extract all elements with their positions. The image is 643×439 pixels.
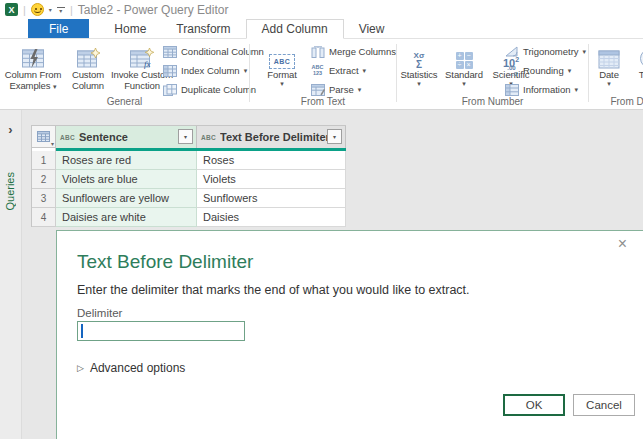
filter-button[interactable]: ▾ bbox=[178, 129, 193, 144]
statistics-label: Statistics bbox=[400, 69, 437, 80]
format-abc-icon: ABC bbox=[269, 42, 296, 69]
filter-button[interactable]: ▾ bbox=[327, 129, 342, 144]
table-row: 2 Violets are blue Violets bbox=[32, 170, 346, 189]
delimiter-input[interactable] bbox=[77, 321, 245, 341]
cell-sentence[interactable]: Sunflowers are yellow bbox=[56, 189, 197, 208]
expand-queries-chevron-icon[interactable]: › bbox=[0, 122, 21, 137]
dropdown-caret-icon: ▾ bbox=[462, 80, 466, 87]
index-column-button[interactable]: Index Column ▾ bbox=[162, 63, 247, 78]
standard-button[interactable]: + − ÷ × Standard ▾ bbox=[441, 42, 487, 87]
select-all-corner-button[interactable]: ▾ bbox=[32, 126, 56, 148]
multiply-glyph: × bbox=[465, 61, 473, 69]
dialog-close-icon[interactable]: × bbox=[614, 234, 631, 254]
cell-text-before-delimiter[interactable]: Roses bbox=[197, 151, 346, 170]
row-number[interactable]: 1 bbox=[32, 151, 56, 170]
tab-home[interactable]: Home bbox=[99, 19, 161, 38]
title-bar: X | ▾ ▾ | Table2 - Power Query Editor bbox=[0, 0, 643, 19]
filter-caret-icon: ▾ bbox=[184, 133, 187, 140]
row-number[interactable]: 2 bbox=[32, 170, 56, 189]
conditional-column-icon bbox=[162, 45, 177, 58]
column-header-text-before-delimiter[interactable]: ABC Text Before Delimiter ▾ bbox=[197, 126, 346, 148]
excel-app-icon: X bbox=[5, 3, 18, 16]
rounding-label: Rounding bbox=[523, 65, 564, 76]
custom-column-button[interactable]: Custom Column bbox=[66, 42, 110, 91]
row-number[interactable]: 3 bbox=[32, 189, 56, 208]
tab-view[interactable]: View bbox=[344, 19, 400, 38]
point-00-glyph: .00 bbox=[506, 65, 517, 71]
group-label-general: General bbox=[0, 96, 249, 107]
abc-glyph: ABC bbox=[269, 54, 296, 69]
header-row: ▾ ABC Sentence ▾ ABC Text Before Delimit… bbox=[32, 126, 346, 148]
feedback-smiley-icon[interactable] bbox=[31, 3, 44, 16]
ribbon-group-from-date: Date ▾ Time ▾ From Date bbox=[589, 39, 643, 109]
ribbon-group-from-text: ABC Format ▾ Merge Columns ABC123 Extrac… bbox=[250, 39, 396, 109]
information-button[interactable]: Information ▾ bbox=[504, 82, 578, 97]
format-button[interactable]: ABC Format ▾ bbox=[258, 42, 306, 87]
row-number[interactable]: 4 bbox=[32, 208, 56, 227]
table-row: 1 Roses are red Roses bbox=[32, 151, 346, 170]
group-label-from-number: From Number bbox=[397, 96, 588, 107]
dropdown-caret-icon: ▾ bbox=[575, 86, 579, 93]
dialog-description: Enter the delimiter that marks the end o… bbox=[77, 283, 470, 297]
group-label-from-text: From Text bbox=[250, 96, 396, 107]
advanced-options-label: Advanced options bbox=[90, 361, 185, 375]
smiley-mouth bbox=[34, 9, 41, 13]
trigonometry-triangle-icon bbox=[504, 45, 519, 58]
parse-label: Parse bbox=[329, 84, 354, 95]
rounding-button[interactable]: .00→.0 Rounding ▾ bbox=[504, 63, 571, 78]
extract-abc-123-icon: ABC123 bbox=[310, 64, 325, 77]
time-button[interactable]: Time ▾ bbox=[631, 42, 643, 87]
smiley-dropdown-caret-icon[interactable]: ▾ bbox=[49, 6, 52, 13]
text-before-delimiter-dialog: × Text Before Delimiter Enter the delimi… bbox=[56, 230, 643, 439]
dropdown-caret-icon: ▾ bbox=[607, 80, 611, 87]
ok-button[interactable]: OK bbox=[503, 394, 565, 416]
dialog-title: Text Before Delimiter bbox=[77, 251, 253, 273]
column-from-examples-button[interactable]: Column From Examples ▾ bbox=[2, 42, 64, 91]
advanced-options-toggle[interactable]: ▷ Advanced options bbox=[77, 361, 185, 375]
cancel-button[interactable]: Cancel bbox=[573, 394, 635, 416]
dropdown-caret-icon: ▾ bbox=[583, 48, 587, 55]
merge-columns-button[interactable]: Merge Columns bbox=[310, 44, 396, 59]
cell-text-before-delimiter[interactable]: Daisies bbox=[197, 208, 346, 227]
ribbon-tab-bar: File Home Transform Add Column View bbox=[0, 19, 643, 39]
format-label: Format bbox=[267, 69, 297, 80]
tab-file[interactable]: File bbox=[28, 19, 89, 38]
parse-button[interactable]: Parse ▾ bbox=[310, 82, 361, 97]
mini-table-icon bbox=[37, 131, 50, 142]
cell-sentence[interactable]: Roses are red bbox=[56, 151, 197, 170]
divide-glyph: ÷ bbox=[456, 61, 464, 69]
cell-text-before-delimiter[interactable]: Sunflowers bbox=[197, 189, 346, 208]
custom-column-label: Custom Column bbox=[66, 69, 110, 91]
filter-caret-icon: ▾ bbox=[333, 133, 336, 140]
tab-add-column[interactable]: Add Column bbox=[246, 19, 344, 39]
titlebar-divider: | bbox=[23, 4, 26, 16]
dropdown-caret-icon: ▾ bbox=[53, 83, 56, 90]
duplicate-column-button[interactable]: Duplicate Column bbox=[162, 82, 256, 97]
dropdown-caret-icon: ▾ bbox=[244, 67, 248, 74]
statistics-button[interactable]: XσΣ Statistics ▾ bbox=[397, 42, 441, 87]
tab-transform[interactable]: Transform bbox=[161, 19, 245, 38]
cell-sentence[interactable]: Daisies are white bbox=[56, 208, 197, 227]
quick-access-toolbar-icon[interactable]: ▾ bbox=[57, 7, 65, 13]
merge-columns-label: Merge Columns bbox=[329, 46, 396, 57]
dropdown-caret-icon: ▾ bbox=[280, 80, 284, 87]
date-label: Date bbox=[599, 69, 619, 80]
sigma-glyph: Σ bbox=[414, 60, 425, 69]
queries-pane-label[interactable]: Queries bbox=[4, 172, 16, 211]
dropdown-caret-icon: ▾ bbox=[417, 80, 421, 87]
cell-text-before-delimiter[interactable]: Violets bbox=[197, 170, 346, 189]
calendar-icon bbox=[598, 42, 620, 69]
expand-triangle-icon: ▷ bbox=[77, 363, 84, 373]
clock-icon bbox=[639, 42, 643, 69]
date-button[interactable]: Date ▾ bbox=[591, 42, 627, 87]
cell-sentence[interactable]: Violets are blue bbox=[56, 170, 197, 189]
standard-label: Standard bbox=[445, 69, 483, 80]
index-column-icon bbox=[162, 64, 177, 77]
statistics-sigma-icon: XσΣ bbox=[414, 42, 425, 69]
ribbon-group-general: Column From Examples ▾ Custom Column bbox=[0, 39, 249, 109]
column-header-sentence[interactable]: ABC Sentence ▾ bbox=[56, 126, 197, 148]
dropdown-caret-icon: ▾ bbox=[568, 67, 572, 74]
extract-button[interactable]: ABC123 Extract ▾ bbox=[310, 63, 366, 78]
corner-caret-icon: ▾ bbox=[51, 140, 54, 147]
trigonometry-button[interactable]: Trigonometry ▾ bbox=[504, 44, 586, 59]
